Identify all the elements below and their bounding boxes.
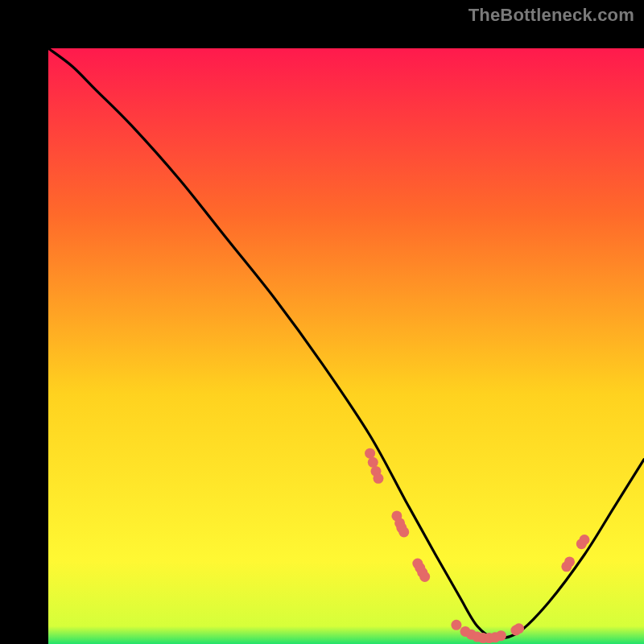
plot-area	[48, 48, 644, 644]
curve-marker	[451, 620, 461, 630]
curve-marker	[580, 535, 590, 545]
curve-marker	[365, 448, 375, 459]
curve-markers	[365, 448, 589, 643]
curve-marker	[368, 457, 378, 468]
curve-marker	[496, 630, 506, 641]
bottleneck-curve	[48, 48, 644, 638]
curve-marker	[564, 556, 575, 567]
watermark-text: TheBottleneck.com	[469, 5, 634, 26]
chart-frame	[24, 24, 620, 620]
curve-marker	[398, 526, 409, 537]
curve-marker	[514, 623, 524, 634]
curve-marker	[419, 572, 430, 582]
curve-layer	[48, 48, 644, 644]
curve-marker	[373, 473, 383, 484]
